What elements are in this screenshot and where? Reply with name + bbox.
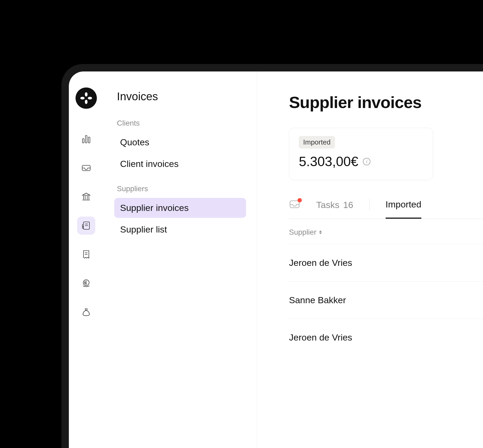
tab-tasks-count: 16: [343, 200, 353, 210]
svg-point-18: [83, 280, 89, 286]
svg-rect-6: [88, 137, 90, 143]
subnav-item-supplier-invoices[interactable]: Supplier invoices: [114, 198, 246, 218]
svg-point-3: [88, 97, 92, 99]
subnav-group-clients: Clients: [117, 119, 246, 127]
table-row[interactable]: Jeroen de Vries: [289, 244, 483, 282]
svg-point-1: [85, 100, 88, 104]
subnav-title: Invoices: [114, 90, 246, 103]
tab-inbox[interactable]: [289, 199, 300, 218]
receipt-icon: [81, 249, 92, 260]
row-supplier: Jeroen de Vries: [289, 258, 352, 268]
bar-chart-icon: [81, 134, 92, 145]
device-frame: Invoices Clients Quotes Client invoices …: [61, 64, 483, 448]
tab-tasks-label: Tasks: [316, 200, 339, 210]
subnav-item-supplier-list[interactable]: Supplier list: [114, 219, 246, 239]
euro-coin-icon: [81, 278, 92, 289]
column-header-supplier[interactable]: Supplier: [289, 228, 483, 237]
tab-separator: [369, 199, 370, 211]
svg-rect-4: [82, 139, 84, 143]
summary-card-imported: Imported 5.303,00€ i: [289, 128, 433, 180]
nav-invoices[interactable]: [77, 217, 95, 235]
subnav-item-quotes[interactable]: Quotes: [114, 132, 246, 152]
icon-rail: [69, 71, 104, 448]
svg-point-2: [80, 97, 85, 99]
column-supplier-label: Supplier: [289, 228, 316, 237]
svg-rect-5: [85, 135, 87, 143]
invoice-icon: [81, 220, 92, 231]
summary-value: 5.303,00€ i: [299, 154, 423, 169]
tabs-bar: Tasks 16 Imported: [289, 199, 483, 219]
bank-icon: [81, 191, 92, 202]
nav-analytics[interactable]: [77, 130, 95, 148]
table-header: Supplier: [289, 219, 483, 244]
table-row[interactable]: Jeroen de Vries: [289, 319, 483, 356]
page-title: Supplier invoices: [289, 93, 483, 112]
nav-inbox[interactable]: [77, 159, 95, 177]
nav-salary[interactable]: [77, 274, 95, 292]
nav-taxes[interactable]: [77, 303, 95, 321]
summary-badge: Imported: [299, 136, 335, 149]
sort-icon: [319, 230, 322, 234]
row-supplier: Jeroen de Vries: [289, 332, 352, 342]
summary-amount: 5.303,00€: [299, 154, 358, 169]
subnav-panel: Invoices Clients Quotes Client invoices …: [104, 71, 257, 448]
row-supplier: Sanne Bakker: [289, 295, 346, 305]
tab-tasks[interactable]: Tasks 16: [316, 200, 353, 218]
tab-imported-label: Imported: [386, 199, 421, 210]
notification-dot-icon: [298, 198, 302, 202]
inbox-icon: [81, 163, 92, 173]
money-bag-icon: [81, 307, 92, 317]
nav-bank[interactable]: [77, 188, 95, 206]
device-screen: Invoices Clients Quotes Client invoices …: [69, 71, 483, 448]
tab-imported[interactable]: Imported: [386, 199, 421, 219]
nav-receipts[interactable]: [77, 245, 95, 263]
logo-icon: [80, 92, 92, 104]
svg-point-0: [85, 92, 88, 97]
subnav-item-client-invoices[interactable]: Client invoices: [114, 154, 246, 174]
svg-rect-19: [290, 201, 299, 208]
table-row[interactable]: Sanne Bakker: [289, 282, 483, 319]
subnav-group-suppliers: Suppliers: [117, 185, 246, 193]
app-logo[interactable]: [76, 87, 97, 109]
info-icon[interactable]: i: [363, 158, 370, 165]
main-content: Supplier invoices Imported 5.303,00€ i: [257, 71, 483, 448]
